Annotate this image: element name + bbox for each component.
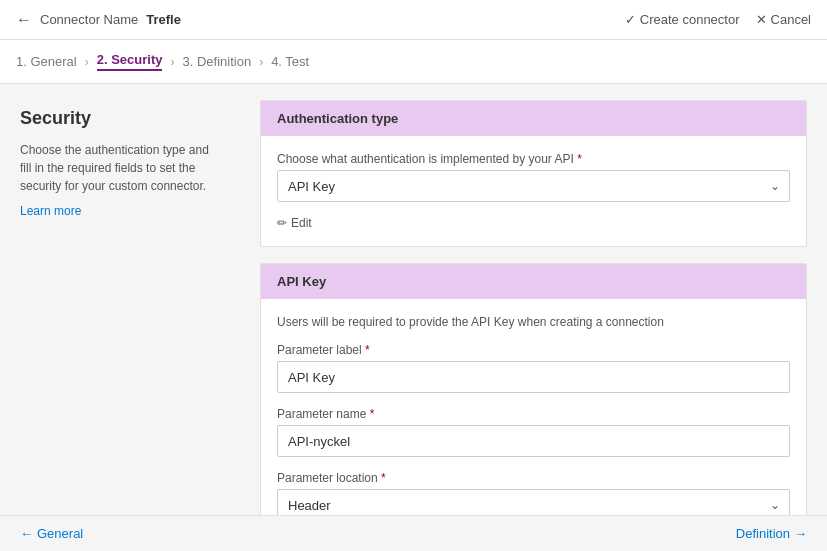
parameter-location-field: Parameter location Header Query ⌄ <box>277 471 790 521</box>
connector-name-label: Connector Name <box>40 12 138 27</box>
forward-definition-label: Definition <box>736 526 790 541</box>
pencil-icon: ✏ <box>277 216 287 230</box>
learn-more-link[interactable]: Learn more <box>20 204 81 218</box>
cancel-button[interactable]: ✕ Cancel <box>756 12 811 27</box>
auth-type-edit-link[interactable]: ✏ Edit <box>277 216 790 230</box>
header-right: ✓ Create connector ✕ Cancel <box>625 12 811 27</box>
auth-type-field-label: Choose what authentication is implemente… <box>277 152 790 166</box>
bottom-nav: ← General Definition → <box>0 515 827 551</box>
back-arrow-icon[interactable]: ← <box>16 11 32 29</box>
parameter-label-input[interactable] <box>277 361 790 393</box>
auth-type-card: Authentication type Choose what authenti… <box>260 100 807 247</box>
create-connector-label: Create connector <box>640 12 740 27</box>
back-general-label: General <box>37 526 83 541</box>
step-3-label: 3. Definition <box>182 54 251 69</box>
right-panel: Authentication type Choose what authenti… <box>240 84 827 551</box>
parameter-name-field: Parameter name <box>277 407 790 457</box>
forward-arrow-nav-icon: → <box>794 526 807 541</box>
apikey-card-body: Users will be required to provide the AP… <box>261 299 806 551</box>
header-left: ← Connector Name Trefle <box>16 11 181 29</box>
left-panel-description: Choose the authentication type and fill … <box>20 141 220 195</box>
auth-type-card-header: Authentication type <box>261 101 806 136</box>
step-general[interactable]: 1. General <box>16 54 77 69</box>
step-security[interactable]: 2. Security <box>97 52 163 71</box>
step-separator-1: › <box>85 55 89 69</box>
auth-type-select[interactable]: API Key <box>277 170 790 202</box>
cancel-label: Cancel <box>771 12 811 27</box>
step-4-label: 4. Test <box>271 54 309 69</box>
auth-type-field-group: Choose what authentication is implemente… <box>277 152 790 202</box>
header: ← Connector Name Trefle ✓ Create connect… <box>0 0 827 40</box>
parameter-label-field: Parameter label <box>277 343 790 393</box>
apikey-card: API Key Users will be required to provid… <box>260 263 807 551</box>
left-panel: Security Choose the authentication type … <box>0 84 240 551</box>
step-test[interactable]: 4. Test <box>271 54 309 69</box>
left-panel-title: Security <box>20 108 220 129</box>
apikey-info-text: Users will be required to provide the AP… <box>277 315 790 329</box>
step-separator-3: › <box>259 55 263 69</box>
parameter-label-label: Parameter label <box>277 343 790 357</box>
steps-bar: 1. General › 2. Security › 3. Definition… <box>0 40 827 84</box>
apikey-card-header: API Key <box>261 264 806 299</box>
back-general-button[interactable]: ← General <box>20 526 83 541</box>
auth-type-select-wrapper: API Key ⌄ <box>277 170 790 202</box>
checkmark-icon: ✓ <box>625 12 636 27</box>
main-content: Security Choose the authentication type … <box>0 84 827 551</box>
parameter-name-label: Parameter name <box>277 407 790 421</box>
create-connector-button[interactable]: ✓ Create connector <box>625 12 740 27</box>
back-arrow-nav-icon: ← <box>20 526 33 541</box>
parameter-location-label: Parameter location <box>277 471 790 485</box>
step-2-label: 2. Security <box>97 52 163 67</box>
connector-name-value: Trefle <box>146 12 181 27</box>
close-icon: ✕ <box>756 12 767 27</box>
auth-type-card-body: Choose what authentication is implemente… <box>261 136 806 246</box>
step-definition[interactable]: 3. Definition <box>182 54 251 69</box>
forward-definition-button[interactable]: Definition → <box>736 526 807 541</box>
step-1-label: 1. General <box>16 54 77 69</box>
step-separator-2: › <box>170 55 174 69</box>
parameter-name-input[interactable] <box>277 425 790 457</box>
auth-type-edit-label: Edit <box>291 216 312 230</box>
